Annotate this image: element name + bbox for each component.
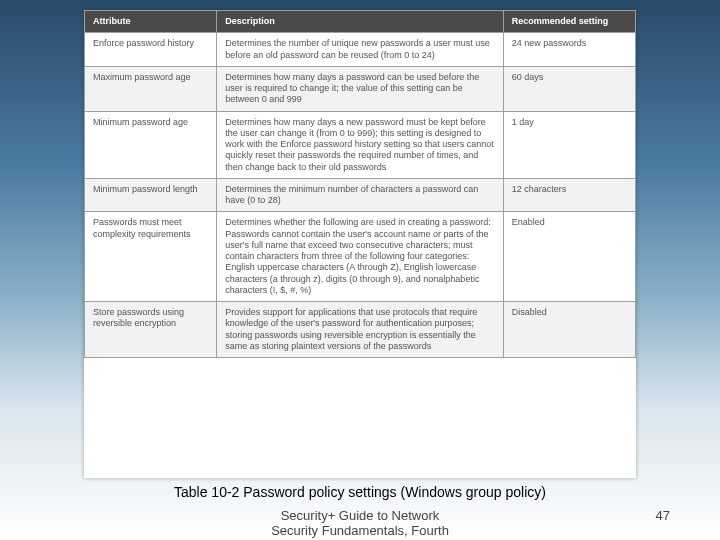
cell-attribute: Enforce password history bbox=[85, 33, 217, 67]
cell-description: Determines how many days a new password … bbox=[217, 111, 504, 178]
footer-line-2: Security Fundamentals, Fourth bbox=[271, 523, 449, 538]
page-number: 47 bbox=[656, 508, 670, 523]
cell-recommended: 1 day bbox=[503, 111, 635, 178]
th-description: Description bbox=[217, 11, 504, 33]
cell-attribute: Store passwords using reversible encrypt… bbox=[85, 302, 217, 358]
table-row: Minimum password age Determines how many… bbox=[85, 111, 636, 178]
table-row: Enforce password history Determines the … bbox=[85, 33, 636, 67]
table-caption: Table 10-2 Password policy settings (Win… bbox=[0, 484, 720, 500]
table-row: Store passwords using reversible encrypt… bbox=[85, 302, 636, 358]
table-row: Minimum password length Determines the m… bbox=[85, 178, 636, 212]
cell-description: Determines the number of unique new pass… bbox=[217, 33, 504, 67]
cell-recommended: Enabled bbox=[503, 212, 635, 302]
cell-description: Determines the minimum number of charact… bbox=[217, 178, 504, 212]
th-attribute: Attribute bbox=[85, 11, 217, 33]
cell-attribute: Passwords must meet complexity requireme… bbox=[85, 212, 217, 302]
footer-line-1: Security+ Guide to Network bbox=[281, 508, 440, 523]
cell-attribute: Minimum password length bbox=[85, 178, 217, 212]
cell-description: Determines how many days a password can … bbox=[217, 66, 504, 111]
cell-attribute: Minimum password age bbox=[85, 111, 217, 178]
cell-attribute: Maximum password age bbox=[85, 66, 217, 111]
table-row: Maximum password age Determines how many… bbox=[85, 66, 636, 111]
cell-recommended: 24 new passwords bbox=[503, 33, 635, 67]
th-recommended: Recommended setting bbox=[503, 11, 635, 33]
cell-description: Determines whether the following are use… bbox=[217, 212, 504, 302]
table-row: Passwords must meet complexity requireme… bbox=[85, 212, 636, 302]
table-header-row: Attribute Description Recommended settin… bbox=[85, 11, 636, 33]
policy-table: Attribute Description Recommended settin… bbox=[84, 10, 636, 358]
cell-recommended: 60 days bbox=[503, 66, 635, 111]
cell-description: Provides support for applications that u… bbox=[217, 302, 504, 358]
table-sheet: Attribute Description Recommended settin… bbox=[84, 10, 636, 478]
footer-text: Security+ Guide to Network Security Fund… bbox=[0, 508, 720, 538]
cell-recommended: 12 characters bbox=[503, 178, 635, 212]
cell-recommended: Disabled bbox=[503, 302, 635, 358]
